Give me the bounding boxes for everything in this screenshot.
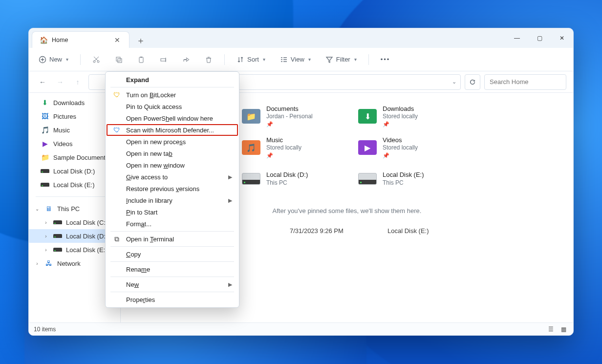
chevron-right-icon[interactable]: › [43,234,49,239]
ctx-label: Turn on BitLocker [126,91,176,99]
folder-card-ldd[interactable]: Local Disk (D:)This PC [238,165,348,193]
ctx-format[interactable]: Format... [107,218,238,230]
ctx-newwin[interactable]: Open in new window [107,159,238,171]
delete-button[interactable] [202,54,215,65]
up-button[interactable]: ↑ [71,75,85,89]
new-menu-button[interactable]: New▾ [36,54,71,65]
address-dropdown-icon[interactable]: ⌄ [452,79,456,85]
ctx-pinquick[interactable]: Pin to Quick access [107,101,238,112]
pictures-icon: 🖼 [41,112,49,121]
ctx-label: Rename [126,266,150,273]
close-tab-button[interactable]: ✕ [111,36,123,44]
forward-button[interactable]: → [53,75,67,89]
folder-card-downloads[interactable]: ⬇DownloadsStored locally📌 [354,103,465,130]
ctx-copy[interactable]: Copy [107,248,238,260]
folder-card-videos[interactable]: ▶VideosStored locally📌 [354,134,465,161]
tab-title: Home [52,37,108,43]
sidebar-item-label: Local Disk (D:) [53,168,95,175]
maximize-button[interactable]: ▢ [528,28,551,48]
filter-icon [325,56,333,64]
ctx-label: Restore previous versions [126,185,199,193]
ctx-properties[interactable]: Properties [107,294,238,305]
chevron-right-icon[interactable]: › [43,220,49,225]
ctx-bitlocker[interactable]: 🛡Turn on BitLocker [107,89,238,101]
ctx-giveaccess[interactable]: Give access to▶ [107,171,238,183]
svg-rect-6 [140,57,142,58]
sort-menu-button[interactable]: Sort▾ [234,54,268,65]
music-icon: 🎵 [41,126,49,134]
ctx-label: Scan with Microsoft Defender... [126,127,214,134]
copy-icon [115,56,123,64]
submenu-arrow-icon: ▶ [228,197,232,204]
paste-icon [137,56,145,64]
ctx-openterm[interactable]: ⧉Open in Terminal [107,233,238,245]
ctx-new[interactable]: New▶ [107,278,238,290]
chevron-down-icon[interactable]: ⌄ [34,206,41,212]
ctx-expand[interactable]: Expand [107,74,238,86]
pin-icon: 📌 [383,121,418,128]
delete-icon [205,56,213,64]
submenu-arrow-icon: ▶ [228,281,232,288]
search-box[interactable]: 🔍 [484,74,566,90]
filter-menu-button[interactable]: Filter▾ [322,54,360,65]
view-toggle: ☰ ▦ [546,326,568,333]
sort-icon [236,56,244,64]
folder-name: Local Disk (D:) [266,171,308,179]
disk-icon [53,218,62,227]
icons-layout-button[interactable]: ▦ [559,326,568,333]
sidebar-item-label: Sample Documents [53,154,108,161]
ctx-restorever[interactable]: Restore previous versions [107,183,238,194]
ctx-newproc[interactable]: Open in new process [107,136,238,148]
tab-home[interactable]: 🏠 Home ✕ [32,31,129,48]
ctx-label: Give access to [126,173,168,181]
ctx-label: Open in new tab [126,150,172,157]
folder-card-lde[interactable]: Local Disk (E:)This PC [354,165,465,193]
plus-circle-icon [39,56,46,64]
ctx-pinstart[interactable]: Pin to Start [107,206,238,218]
back-button[interactable]: ← [36,75,49,89]
rename-button[interactable] [157,54,171,65]
refresh-button[interactable] [465,74,480,90]
ctx-newtab[interactable]: Open in new tab [107,148,238,159]
minimize-button[interactable]: — [506,28,528,48]
ctx-includelib[interactable]: Include in library▶ [107,194,238,206]
folder-sub: Stored locally [383,144,418,151]
ctx-label: Open in Terminal [126,236,174,243]
ctx-rename[interactable]: Rename [107,263,238,275]
search-input[interactable] [489,78,573,86]
folder-name: Videos [383,136,418,144]
chevron-right-icon[interactable]: › [34,261,41,266]
sidebar-item-label: Local Disk (C:) [66,219,108,226]
sidebar-item-label: Videos [53,140,73,148]
cut-button[interactable] [89,54,103,65]
command-bar: New▾ Sort▾ View▾ Fi [29,48,573,71]
folder-name: Downloads [383,105,418,113]
ctx-openps[interactable]: Open PowerShell window here [107,112,238,124]
new-tab-button[interactable]: ＋ [133,33,148,48]
ctx-defender[interactable]: 🛡Scan with Microsoft Defender... [107,124,238,136]
view-menu-button[interactable]: View▾ [277,54,314,65]
paste-button[interactable] [134,54,148,65]
localdisk-d-q-icon [41,167,49,175]
svg-rect-4 [118,59,122,63]
sidebar-item-label: Music [53,127,70,134]
copy-button[interactable] [112,54,126,65]
sidebar-item-label: Local Disk (E:) [66,246,108,254]
folder-card-documents[interactable]: 📁☁DocumentsJordan - Personal📌 [238,103,348,130]
videos-icon: ▶ [357,137,378,158]
folder-card-music[interactable]: 🎵MusicStored locally📌 [238,134,348,161]
details-layout-button[interactable]: ☰ [546,326,556,333]
pin-icon: 📌 [266,121,313,128]
share-button[interactable] [179,54,193,65]
close-window-button[interactable]: ✕ [551,28,573,48]
file-date: 7/31/2023 9:26 PM [290,227,383,235]
chevron-right-icon[interactable]: › [43,247,49,253]
svg-rect-7 [161,59,166,61]
ctx-label: Copy [126,251,141,258]
ctx-label: Format... [126,220,151,228]
sidebar-item-label: Pictures [53,113,76,120]
more-menu-button[interactable]: ••• [378,54,393,65]
svg-rect-5 [139,57,143,63]
disk-icon [53,245,62,254]
ctx-label: Pin to Quick access [126,103,182,110]
